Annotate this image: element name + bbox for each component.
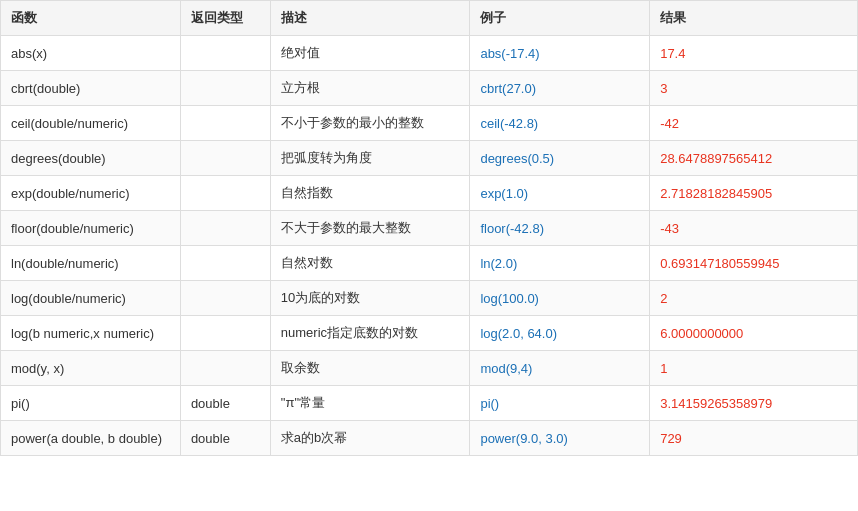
cell-example: ln(2.0) xyxy=(470,246,650,281)
cell-desc: 不大于参数的最大整数 xyxy=(270,211,470,246)
cell-result: 2.71828182845905 xyxy=(650,176,858,211)
cell-return xyxy=(180,71,270,106)
cell-example: degrees(0.5) xyxy=(470,141,650,176)
cell-func: cbrt(double) xyxy=(1,71,181,106)
table-row: exp(double/numeric)自然指数exp(1.0)2.7182818… xyxy=(1,176,858,211)
cell-result: 2 xyxy=(650,281,858,316)
cell-func: log(double/numeric) xyxy=(1,281,181,316)
cell-result: 28.6478897565412 xyxy=(650,141,858,176)
cell-func: ln(double/numeric) xyxy=(1,246,181,281)
cell-example: mod(9,4) xyxy=(470,351,650,386)
cell-func: ceil(double/numeric) xyxy=(1,106,181,141)
table-row: cbrt(double)立方根cbrt(27.0)3 xyxy=(1,71,858,106)
cell-desc: 立方根 xyxy=(270,71,470,106)
header-desc: 描述 xyxy=(270,1,470,36)
cell-desc: 绝对值 xyxy=(270,36,470,71)
cell-example: abs(-17.4) xyxy=(470,36,650,71)
table-row: mod(y, x)取余数mod(9,4)1 xyxy=(1,351,858,386)
cell-func: abs(x) xyxy=(1,36,181,71)
header-example: 例子 xyxy=(470,1,650,36)
cell-example: pi() xyxy=(470,386,650,421)
cell-example: floor(-42.8) xyxy=(470,211,650,246)
table-row: ceil(double/numeric)不小于参数的最小的整数ceil(-42.… xyxy=(1,106,858,141)
table-row: ln(double/numeric)自然对数ln(2.0)0.693147180… xyxy=(1,246,858,281)
cell-func: power(a double, b double) xyxy=(1,421,181,456)
table-row: floor(double/numeric)不大于参数的最大整数floor(-42… xyxy=(1,211,858,246)
cell-return xyxy=(180,141,270,176)
cell-desc: 10为底的对数 xyxy=(270,281,470,316)
cell-result: 729 xyxy=(650,421,858,456)
table-row: degrees(double)把弧度转为角度degrees(0.5)28.647… xyxy=(1,141,858,176)
cell-func: degrees(double) xyxy=(1,141,181,176)
cell-func: pi() xyxy=(1,386,181,421)
cell-example: cbrt(27.0) xyxy=(470,71,650,106)
cell-return xyxy=(180,176,270,211)
header-func: 函数 xyxy=(1,1,181,36)
cell-example: ceil(-42.8) xyxy=(470,106,650,141)
cell-func: log(b numeric,x numeric) xyxy=(1,316,181,351)
cell-example: exp(1.0) xyxy=(470,176,650,211)
cell-desc: 取余数 xyxy=(270,351,470,386)
cell-desc: 把弧度转为角度 xyxy=(270,141,470,176)
cell-return xyxy=(180,36,270,71)
cell-func: exp(double/numeric) xyxy=(1,176,181,211)
cell-desc: 不小于参数的最小的整数 xyxy=(270,106,470,141)
header-result: 结果 xyxy=(650,1,858,36)
cell-example: log(100.0) xyxy=(470,281,650,316)
cell-return xyxy=(180,281,270,316)
cell-example: power(9.0, 3.0) xyxy=(470,421,650,456)
cell-desc: "π"常量 xyxy=(270,386,470,421)
cell-result: -43 xyxy=(650,211,858,246)
table-row: power(a double, b double)double求a的b次幂pow… xyxy=(1,421,858,456)
cell-return xyxy=(180,351,270,386)
table-row: log(b numeric,x numeric)numeric指定底数的对数lo… xyxy=(1,316,858,351)
table-row: abs(x)绝对值abs(-17.4)17.4 xyxy=(1,36,858,71)
table-row: log(double/numeric)10为底的对数log(100.0)2 xyxy=(1,281,858,316)
table-row: pi()double"π"常量pi()3.14159265358979 xyxy=(1,386,858,421)
cell-desc: 自然指数 xyxy=(270,176,470,211)
cell-func: floor(double/numeric) xyxy=(1,211,181,246)
cell-return xyxy=(180,106,270,141)
header-return: 返回类型 xyxy=(180,1,270,36)
cell-result: 1 xyxy=(650,351,858,386)
cell-result: -42 xyxy=(650,106,858,141)
cell-return: double xyxy=(180,421,270,456)
cell-result: 17.4 xyxy=(650,36,858,71)
cell-desc: numeric指定底数的对数 xyxy=(270,316,470,351)
cell-return xyxy=(180,246,270,281)
cell-return xyxy=(180,211,270,246)
cell-result: 6.0000000000 xyxy=(650,316,858,351)
cell-desc: 自然对数 xyxy=(270,246,470,281)
cell-result: 0.693147180559945 xyxy=(650,246,858,281)
cell-result: 3.14159265358979 xyxy=(650,386,858,421)
cell-result: 3 xyxy=(650,71,858,106)
cell-func: mod(y, x) xyxy=(1,351,181,386)
math-functions-table: 函数 返回类型 描述 例子 结果 abs(x)绝对值abs(-17.4)17.4… xyxy=(0,0,858,456)
cell-example: log(2.0, 64.0) xyxy=(470,316,650,351)
cell-return: double xyxy=(180,386,270,421)
cell-desc: 求a的b次幂 xyxy=(270,421,470,456)
cell-return xyxy=(180,316,270,351)
